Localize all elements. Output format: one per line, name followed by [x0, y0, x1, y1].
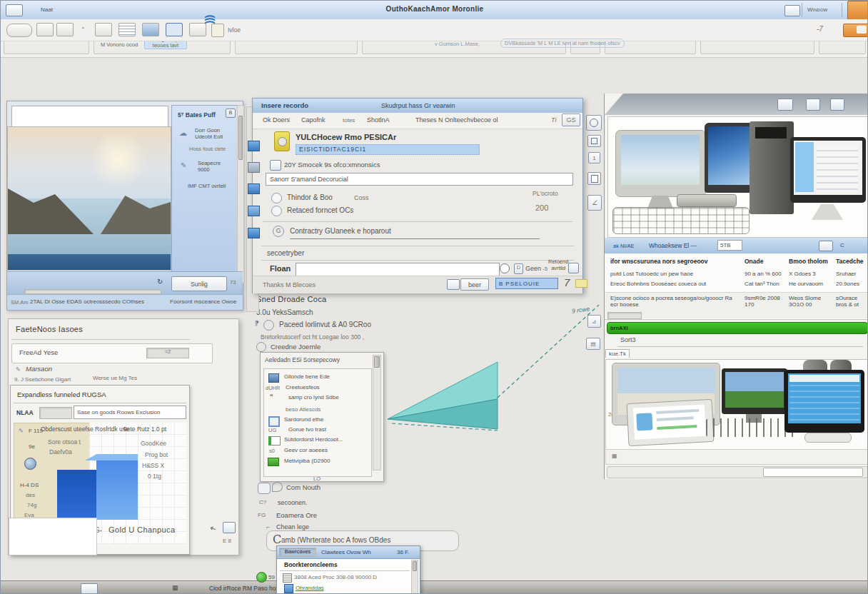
popup-scrollbar[interactable]: [411, 560, 418, 594]
popup-row-1[interactable]: Boorkteroncleems: [284, 561, 338, 568]
caption-page-icon[interactable]: [223, 522, 236, 533]
small-monitor-frame: [722, 368, 787, 414]
folder-icon[interactable]: [211, 24, 224, 37]
header-icon-2[interactable]: [806, 99, 820, 111]
dialog-footer: Thanks M Blecoes beer B PSELOUIE 7: [253, 276, 582, 293]
header-icon-3[interactable]: [830, 99, 844, 111]
dock-icon-2[interactable]: [248, 162, 260, 173]
right-toolbar-tail[interactable]: C: [840, 242, 844, 248]
list-item[interactable]: Metivipiba (D2900: [284, 458, 330, 464]
dock-icon-4[interactable]: [248, 206, 260, 216]
menu-item-shotlnk[interactable]: ShotlnA: [367, 116, 390, 124]
taskbar-icon-1[interactable]: [81, 583, 98, 594]
list-item[interactable]: Gllonde bene Ede: [284, 373, 330, 380]
theme-toggle[interactable]: [843, 24, 868, 37]
dialog-titlebar[interactable]: Insere recordo Skudrput hass Gr vearwin: [253, 99, 582, 114]
breadcrumb: v Gumson L.Mase,: [435, 41, 480, 47]
pselouie-button[interactable]: B PSELOUIE: [495, 278, 558, 289]
field-input[interactable]: Sase on goods Roows Exclusion: [74, 406, 186, 419]
tool-table-button[interactable]: ▤: [586, 338, 600, 350]
list-item[interactable]: Sardorund ethe: [284, 416, 323, 423]
pill-button-icon[interactable]: [6, 24, 32, 37]
caption: Gold U Chanpuca: [108, 525, 175, 534]
right-toolbar-icon[interactable]: [819, 241, 833, 251]
h-scroll-thumb[interactable]: [763, 468, 863, 477]
dock-icon-5[interactable]: [248, 228, 260, 238]
menu-tail[interactable]: Ti: [551, 116, 556, 124]
list-scroll-thumb[interactable]: [374, 356, 380, 368]
photo-window-scrollbar[interactable]: [237, 105, 244, 283]
dock-icon-1[interactable]: [248, 141, 260, 151]
d-box[interactable]: D: [514, 263, 523, 274]
dock-icon-3[interactable]: [248, 183, 260, 194]
retoend-checkbox[interactable]: [568, 263, 579, 273]
popup-row-2[interactable]: 3808 Aced Proc 308-08 90000 D: [294, 574, 377, 580]
paste-icon[interactable]: [56, 23, 74, 36]
window-menu[interactable]: Window: [807, 6, 827, 13]
freead-chip[interactable]: FreeAd Yese =2: [11, 343, 213, 363]
tool-signature-button[interactable]: ∠: [587, 195, 602, 211]
caret-icon[interactable]: ⌃: [81, 26, 86, 33]
sunlig-button[interactable]: Sunlig: [171, 276, 227, 291]
sidebar-item-1[interactable]: Dorr Goon Udeobt Eoti: [195, 127, 223, 140]
list-item[interactable]: samp cro lynd Sdbe: [288, 394, 339, 401]
popup-tab[interactable]: Bawrcaves: [279, 548, 316, 557]
go-button[interactable]: GS: [562, 114, 580, 126]
search-icon[interactable]: [500, 263, 510, 273]
footer-slider[interactable]: [24, 289, 161, 294]
sidebar-item-3[interactable]: IMF CMT ovrtell: [188, 183, 226, 189]
right-panel: ak NI/AE Whoaeksew El — 5TB C ifor wnscs…: [604, 94, 868, 479]
popup-row2-icon: [283, 573, 292, 583]
image-icon[interactable]: [142, 23, 159, 36]
list-icon[interactable]: [118, 23, 136, 36]
bullet-2-icon: C?: [259, 499, 266, 505]
row-smocek-icon: [270, 160, 281, 171]
titlebar-divider2: [842, 3, 842, 17]
kuetk-tab[interactable]: kue.Tk: [605, 349, 630, 358]
footer-mini-icon[interactable]: [447, 279, 460, 290]
popup-scroll-thumb[interactable]: [413, 561, 417, 571]
copy-icon[interactable]: [36, 23, 54, 36]
tool-page-button[interactable]: [587, 172, 601, 185]
sidebar-corner-badge[interactable]: B: [226, 109, 236, 118]
table-hscroll[interactable]: [607, 312, 642, 319]
tool-clock-button[interactable]: [586, 115, 602, 131]
tool-one-button[interactable]: 1: [588, 152, 600, 163]
save-icon[interactable]: [166, 23, 183, 36]
list-item[interactable]: beso Atlescds: [286, 406, 321, 413]
popup-titlebar[interactable]: Bawrcaves Clawtees Ovow Wh 36 F.: [277, 546, 420, 559]
sidebar-item-2[interactable]: Seapecre 9000: [198, 160, 221, 173]
tool-export-button[interactable]: ⊿: [587, 315, 601, 328]
header-icon-1[interactable]: [777, 99, 793, 111]
tool-square-button[interactable]: [587, 135, 601, 147]
selected-text[interactable]: EISICTIDITAC19CI1: [296, 144, 480, 155]
note-circle-icon: [263, 320, 274, 331]
float-input[interactable]: [296, 263, 500, 276]
list-item[interactable]: Sutdordorst Herdcoot...: [284, 436, 343, 443]
popup-row3-icon: [284, 584, 293, 593]
menu-item-okdoers[interactable]: Ok Doers: [263, 116, 290, 124]
list-item[interactable]: Gorue tvo trast: [288, 426, 326, 433]
popup-row-3[interactable]: Ohranddas: [296, 585, 324, 591]
button-icon[interactable]: [95, 23, 112, 36]
list-item[interactable]: Creetuesfeos: [286, 384, 320, 391]
list-scrollbar[interactable]: [373, 355, 381, 470]
right-toolbar-box[interactable]: 5TB: [717, 240, 742, 251]
menu-item-capofnk[interactable]: Capofnk: [301, 116, 326, 124]
taskbar-grid-icon[interactable]: ▦: [172, 584, 178, 591]
close-button[interactable]: [847, 1, 868, 20]
menu-item-totes[interactable]: totes: [343, 117, 355, 124]
menu-item-theses[interactable]: Theses N Onlteechvbecoe ol: [415, 116, 498, 124]
dialog-input-1[interactable]: Sanorr S'amand Decorucial: [266, 173, 573, 186]
row-thindor: Thindor & Boo: [287, 193, 333, 201]
drawer-icon[interactable]: [189, 23, 206, 36]
list-item[interactable]: Geev cor aoeees: [284, 447, 328, 453]
row-thindor-icon: [271, 193, 282, 203]
footer-badge: 73: [230, 279, 236, 286]
scrollbar-thumb[interactable]: [238, 116, 243, 160]
minimize-button[interactable]: [784, 5, 800, 16]
quickbar-label: Ivloe: [228, 26, 241, 34]
h-scrollbar[interactable]: [607, 466, 868, 478]
beer-button[interactable]: beer: [460, 278, 489, 291]
refresh-icon[interactable]: ↻: [157, 278, 163, 286]
